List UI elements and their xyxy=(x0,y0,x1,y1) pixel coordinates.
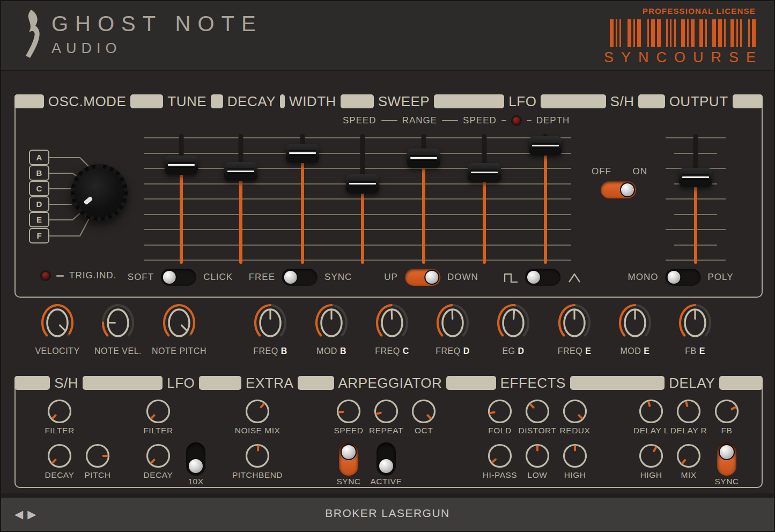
trig-label: TRIG.IND. xyxy=(69,270,116,281)
barcode-bar xyxy=(740,19,742,47)
knob-high[interactable]: HIGH xyxy=(545,442,604,480)
fader-handle-groove xyxy=(349,181,376,182)
barcode-bar xyxy=(687,19,689,47)
toggle-sync[interactable]: SYNC xyxy=(697,442,756,486)
sublabel-depth: DEPTH xyxy=(536,115,570,126)
toggle-thumb[interactable] xyxy=(719,444,735,460)
toggle-label-poly: POLY xyxy=(707,272,733,283)
vtoggle-sync[interactable] xyxy=(339,442,358,476)
section-tape-block xyxy=(211,94,223,108)
barcode-bar xyxy=(619,19,621,47)
fader-handle-groove xyxy=(471,174,498,175)
barcode-bar xyxy=(616,19,617,47)
barcode-bar xyxy=(637,19,641,47)
barcode-bar xyxy=(633,19,635,47)
section-tape-block xyxy=(446,376,496,390)
knob-label-mod-b: MODB xyxy=(304,346,359,356)
fader-handle-width[interactable] xyxy=(286,144,319,163)
toggle-thumb[interactable] xyxy=(424,270,439,285)
toggle-lfo-wave[interactable] xyxy=(525,269,560,286)
knob-filter[interactable]: FILTER xyxy=(129,398,188,435)
power-toggle-labels: OFF ON xyxy=(592,166,647,177)
power-off-label: OFF xyxy=(592,166,611,177)
toggle-thumb[interactable] xyxy=(378,458,394,474)
toggle-active[interactable]: ACTIVE xyxy=(357,442,416,486)
toggle-thumb[interactable] xyxy=(188,458,204,474)
knob-label-eg-d: EGD xyxy=(485,346,541,356)
barcode-bar xyxy=(752,19,756,47)
knob-fb-e[interactable]: FBE xyxy=(667,300,723,356)
section-tape-block xyxy=(298,376,334,390)
osc-mode-cell-a[interactable]: A xyxy=(29,150,49,165)
knob-fb[interactable]: FB xyxy=(697,398,756,435)
barcode-bar xyxy=(730,19,734,47)
knob-oct[interactable]: OCT xyxy=(394,398,453,435)
toggle-mono-poly[interactable] xyxy=(665,269,700,286)
knob-freq-b[interactable]: FREQB xyxy=(242,300,298,356)
toggle-free-sync[interactable] xyxy=(282,269,318,286)
knob-velocity[interactable]: VELOCITY xyxy=(29,300,85,356)
vtoggle-10x[interactable] xyxy=(186,442,205,476)
fader-handle-tune[interactable] xyxy=(165,156,198,175)
toggle-thumb[interactable] xyxy=(283,270,298,285)
toggle-label-click: CLICK xyxy=(203,272,233,283)
fader-handle-lfo-speed[interactable] xyxy=(468,163,501,182)
power-toggle[interactable] xyxy=(601,181,636,198)
osc-mode-knob[interactable] xyxy=(71,164,128,221)
knob-freq-e[interactable]: FREQE xyxy=(547,300,602,356)
fader-handle-lfo-depth[interactable] xyxy=(529,136,562,156)
section-label-lfo: LFO xyxy=(507,94,537,108)
knob-pitchbend[interactable]: PITCHBEND xyxy=(228,442,287,480)
osc-mode-cell-e[interactable]: E xyxy=(29,212,49,227)
toggle-thumb[interactable] xyxy=(162,270,177,285)
knob-redux[interactable]: REDUX xyxy=(545,398,604,435)
osc-mode-cell-c[interactable]: C xyxy=(29,181,49,196)
toggle-thumb[interactable] xyxy=(526,270,541,285)
barcode-bar xyxy=(712,19,716,47)
knob-pitch[interactable]: PITCH xyxy=(68,442,127,480)
toggle-sweep-direction[interactable] xyxy=(405,269,440,286)
knob-mod-b[interactable]: MODB xyxy=(304,300,359,356)
fader-handle-line xyxy=(532,145,559,146)
osc-mode-cell-b[interactable]: B xyxy=(29,165,49,181)
knob-note-pitch[interactable]: NOTE PITCH xyxy=(151,300,207,356)
toggle-10x[interactable]: 10X xyxy=(166,442,225,486)
fader-handle-decay[interactable] xyxy=(224,162,257,181)
effects-panel: S/HLFOEXTRAARPEGGIATOREFFECTSDELAY FILTE… xyxy=(14,375,763,488)
dash xyxy=(56,275,64,277)
knob-freq-c[interactable]: FREQC xyxy=(364,300,420,356)
osc-mode-cell-f[interactable]: F xyxy=(29,228,49,243)
knob-eg-d[interactable]: EGD xyxy=(485,300,541,356)
fader-handle-line xyxy=(227,171,254,172)
toggle-thumb[interactable] xyxy=(666,270,681,285)
fader-output-level xyxy=(679,130,712,264)
barcode-bar xyxy=(674,19,676,47)
toggle-soft-click[interactable] xyxy=(161,269,196,286)
fader-handle-output-level[interactable] xyxy=(679,168,712,187)
vtoggle-sync[interactable] xyxy=(717,442,736,476)
knob-freq-d[interactable]: FREQD xyxy=(425,300,481,356)
brand: GHOST NOTE AUDIO xyxy=(15,9,263,60)
fader-handle-sweep-range[interactable] xyxy=(407,149,440,168)
fader-track xyxy=(239,172,242,264)
barcode-bar xyxy=(718,19,722,47)
fader-handle-groove xyxy=(410,155,437,156)
barcode-bar xyxy=(670,19,671,47)
osc-mode-cell-d[interactable]: D xyxy=(29,196,49,212)
knob-filter[interactable]: FILTER xyxy=(30,398,89,435)
control-label-high: HIGH xyxy=(545,470,604,480)
section-label-s-h: S/H xyxy=(609,94,636,108)
control-label-filter: FILTER xyxy=(129,426,188,435)
toggle-label-free: FREE xyxy=(249,272,275,283)
control-label-pitch: PITCH xyxy=(68,470,127,480)
control-label-noise-mix: NOISE MIX xyxy=(228,426,287,435)
fader-handle-sweep-speed[interactable] xyxy=(346,174,379,194)
knob-note-vel[interactable]: NOTE VEL. xyxy=(90,300,146,356)
toggle-thumb[interactable] xyxy=(341,444,357,460)
vtoggle-active[interactable] xyxy=(377,442,396,476)
power-toggle-thumb[interactable] xyxy=(620,182,635,197)
fader-decay xyxy=(224,130,257,264)
knob-noise-mix[interactable]: NOISE MIX xyxy=(228,398,287,435)
knob-mod-e[interactable]: MODE xyxy=(607,300,663,356)
preset-name[interactable]: BROKER LASERGUN xyxy=(1,507,774,520)
